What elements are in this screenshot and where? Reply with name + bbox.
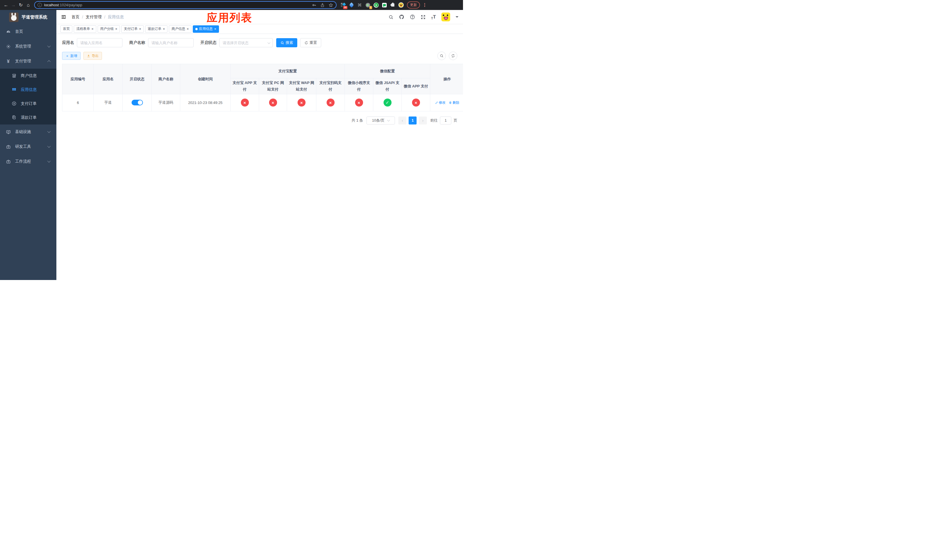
sidebar-item-workflow[interactable]: 工作流程 <box>0 154 56 169</box>
sidebar-item-label: 研发工具 <box>15 144 31 149</box>
col-app-name: 应用名 <box>94 64 123 94</box>
export-button[interactable]: 导出 <box>83 52 102 60</box>
status-alipay-pc-icon: × <box>269 98 277 106</box>
sidebar-item-label: 支付订单 <box>21 101 37 106</box>
close-icon[interactable]: × <box>91 27 94 31</box>
tag-home[interactable]: 首页 <box>61 25 72 33</box>
status-select-input[interactable] <box>219 38 273 47</box>
github-icon[interactable] <box>399 14 404 20</box>
user-menu-caret-icon[interactable] <box>455 16 458 19</box>
chevron-down-icon <box>387 118 390 121</box>
font-size-icon[interactable]: TT <box>431 14 436 20</box>
prev-page-button[interactable]: ‹ <box>398 117 406 124</box>
app-logo[interactable]: 芋道管理系统 <box>0 10 56 24</box>
breadcrumb-section[interactable]: 支付管理 <box>86 15 101 20</box>
gear-icon <box>6 44 11 49</box>
browser-reload-button[interactable]: ↻ <box>17 2 24 8</box>
sidebar-item-label: 应用信息 <box>21 87 37 92</box>
sidebar-collapse-icon[interactable] <box>61 14 67 20</box>
goto-page-input[interactable] <box>440 117 451 124</box>
status-alipay-qr-icon: × <box>327 98 334 106</box>
page-size-select[interactable]: 10条/页 <box>366 117 395 124</box>
search-button[interactable]: 搜索 <box>276 38 297 47</box>
extension-chat-icon[interactable] <box>382 3 387 8</box>
extension-command-icon[interactable]: ⌘ <box>357 3 362 8</box>
chevron-down-icon <box>47 130 50 133</box>
share-icon[interactable] <box>320 3 325 8</box>
browser-menu-icon[interactable] <box>424 3 425 7</box>
browser-profile-avatar[interactable] <box>398 2 404 8</box>
extensions-area: 10 ⌘ 1 y 更新 <box>340 2 425 9</box>
reset-button[interactable]: 重置 <box>300 38 321 47</box>
sidebar-item-pay-order[interactable]: 支付订单 <box>0 97 56 110</box>
add-button[interactable]: ＋ 新增 <box>62 52 80 60</box>
col-alipay-qr: 支付宝扫码支付 <box>316 78 345 94</box>
extension-kite-icon[interactable] <box>349 3 354 8</box>
delete-link[interactable]: 删除 <box>449 100 459 105</box>
storefront-icon <box>11 73 17 78</box>
yen-icon: ¥ <box>6 59 11 64</box>
edit-link[interactable]: 修改 <box>435 100 446 105</box>
merchant-name-input[interactable] <box>148 38 194 47</box>
close-icon[interactable]: × <box>139 27 141 31</box>
user-avatar[interactable] <box>441 12 450 21</box>
address-bar[interactable]: i localhost:1024/pay/app <box>34 1 337 9</box>
toggle-search-button[interactable] <box>437 51 446 60</box>
tag-refund-order[interactable]: 退款订单× <box>145 25 168 33</box>
status-select[interactable] <box>219 38 273 47</box>
sidebar-item-label: 首页 <box>15 29 23 34</box>
tag-process-form[interactable]: 流程表单× <box>74 25 96 33</box>
close-icon[interactable]: × <box>214 27 216 31</box>
chevron-down-icon <box>47 144 50 148</box>
sidebar-item-refund-order[interactable]: 退款订单 <box>0 110 56 124</box>
header-search-icon[interactable] <box>388 15 393 20</box>
close-icon[interactable]: × <box>163 27 165 31</box>
dashboard-icon <box>6 29 11 34</box>
status-label: 开启状态 <box>200 40 216 45</box>
extensions-puzzle-icon[interactable] <box>390 3 395 8</box>
close-icon[interactable]: × <box>115 27 118 31</box>
pagination: 共 1 条 10条/页 ‹ 1 › 前往 页 <box>62 117 457 124</box>
password-key-icon[interactable] <box>312 3 316 8</box>
pencil-icon <box>435 101 438 104</box>
sidebar-item-dev-tools[interactable]: 研发工具 <box>0 139 56 154</box>
page-annotation: 应用列表 <box>207 11 252 25</box>
briefcase-icon <box>6 144 11 149</box>
breadcrumb: 首页 / 支付管理 / 应用信息 <box>71 15 124 20</box>
status-toggle[interactable] <box>132 100 143 105</box>
refresh-button[interactable] <box>449 51 457 60</box>
app-name-input[interactable] <box>77 38 123 47</box>
breadcrumb-home[interactable]: 首页 <box>71 15 79 20</box>
sidebar-item-infrastructure[interactable]: 基础设施 <box>0 124 56 139</box>
col-alipay-app: 支付宝 APP 支付 <box>231 78 259 94</box>
help-icon[interactable] <box>410 14 415 20</box>
tag-user-group[interactable]: 用户分组× <box>98 25 120 33</box>
page-1-button[interactable]: 1 <box>409 117 416 124</box>
browser-forward-button[interactable]: → <box>10 3 17 8</box>
app-table: 应用编号 应用名 开启状态 商户名称 创建时间 支付宝配置 微信配置 操作 支付… <box>62 64 463 111</box>
browser-back-button[interactable]: ← <box>2 3 10 8</box>
bookmark-star-icon[interactable] <box>328 3 333 8</box>
active-dot <box>195 28 198 30</box>
chrome-update-button[interactable]: 更新 <box>407 2 420 9</box>
sidebar-item-home[interactable]: 首页 <box>0 24 56 39</box>
extension-recorder-icon[interactable]: 1 <box>365 3 371 8</box>
next-page-button[interactable]: › <box>419 117 427 124</box>
sidebar-item-app-info[interactable]: 应用信息 <box>0 83 56 97</box>
status-wechat-jsapi-icon: ✓ <box>384 98 392 106</box>
sidebar-item-merchant-info[interactable]: 商户信息 <box>0 69 56 83</box>
sidebar-item-payment[interactable]: ¥ 支付管理 <box>0 54 56 69</box>
extension-badge: 1 <box>369 6 372 9</box>
close-icon[interactable]: × <box>186 27 189 31</box>
tag-pay-order[interactable]: 支付订单× <box>121 25 144 33</box>
tag-merchant-info[interactable]: 商户信息× <box>169 25 191 33</box>
sidebar-item-system[interactable]: 系统管理 <box>0 39 56 54</box>
tag-app-info[interactable]: 应用信息× <box>193 25 219 33</box>
extension-y-icon[interactable]: y <box>374 3 379 8</box>
extension-sidebar-icon[interactable]: 10 <box>340 3 346 8</box>
chevron-down-icon <box>47 159 50 162</box>
site-info-icon[interactable]: i <box>38 3 42 7</box>
browser-home-button[interactable]: ⌂ <box>24 3 32 8</box>
fullscreen-icon[interactable] <box>421 15 426 20</box>
breadcrumb-current: 应用信息 <box>108 15 124 20</box>
